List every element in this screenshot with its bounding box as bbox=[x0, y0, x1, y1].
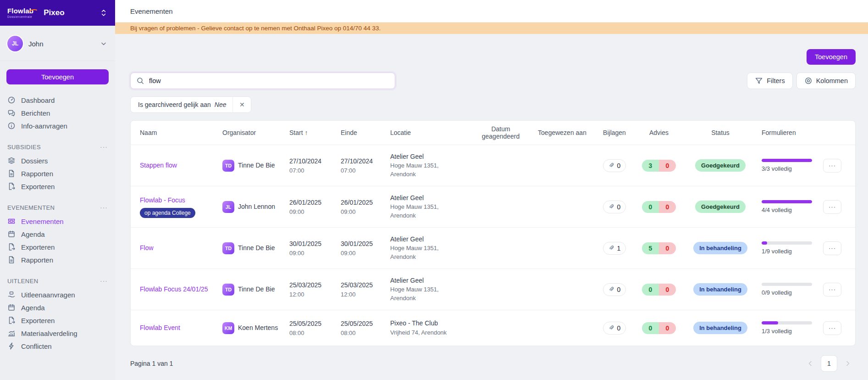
sidebar-item-uitleenaanvragen[interactable]: Uitleenaanvragen bbox=[0, 288, 115, 301]
location-name: Atelier Geel bbox=[390, 276, 468, 285]
sidebar-item-label: Evenementen bbox=[21, 218, 64, 225]
previous-page-button[interactable] bbox=[802, 356, 818, 371]
sidebar-item-label: Info-aanvragen bbox=[21, 122, 67, 130]
filters-button-label: Filters bbox=[767, 77, 785, 84]
user-name: John bbox=[28, 40, 44, 48]
attachments-count: 0 bbox=[617, 162, 621, 169]
sidebar-item-agenda-evenementen[interactable]: Agenda bbox=[0, 228, 115, 240]
table-row[interactable]: Flowlab - Focus op agenda College JL Joh… bbox=[131, 186, 855, 227]
row-actions-button[interactable]: ··· bbox=[823, 283, 841, 296]
filter-chip-remove-button[interactable]: ✕ bbox=[232, 97, 251, 112]
column-header-naam[interactable]: Naam bbox=[138, 126, 221, 139]
location-name: Atelier Geel bbox=[390, 152, 468, 161]
user-avatar: JL bbox=[7, 36, 23, 51]
column-header-datum-geagendeerd[interactable]: Datum geagendeerd bbox=[470, 123, 531, 143]
section-options-button[interactable]: ··· bbox=[100, 143, 108, 151]
user-chevron-button[interactable] bbox=[100, 39, 108, 48]
sidebar-item-berichten[interactable]: Berichten bbox=[0, 106, 115, 119]
page-1-button[interactable]: 1 bbox=[821, 355, 837, 372]
end-time: 12:00 bbox=[341, 291, 387, 298]
location-address: Vrijheid 74, Arendonk bbox=[390, 329, 451, 337]
status-badge: In behandeling bbox=[693, 283, 747, 296]
attachments-count: 0 bbox=[617, 286, 621, 293]
event-link[interactable]: Flowlab Focus 24/01/25 bbox=[140, 285, 208, 294]
search-input[interactable] bbox=[149, 77, 389, 84]
row-actions-button[interactable]: ··· bbox=[823, 321, 841, 335]
main-area: Evenementen Bij vragen of problemen - Ge… bbox=[115, 0, 868, 380]
next-page-button[interactable] bbox=[840, 356, 856, 371]
organizer-avatar: KM bbox=[222, 322, 234, 334]
column-header-toegewezen-aan[interactable]: Toegewezen aan bbox=[531, 126, 593, 139]
sidebar-item-label: Berichten bbox=[21, 109, 50, 117]
column-header-einde[interactable]: Einde bbox=[339, 126, 388, 139]
sidebar-item-exporteren-subsidies[interactable]: Exporteren bbox=[0, 180, 115, 193]
advies-pill: 0 0 bbox=[642, 201, 676, 213]
column-header-formulieren[interactable]: Formulieren bbox=[759, 126, 821, 139]
page-title: Evenementen bbox=[130, 7, 173, 15]
event-link[interactable]: Flow bbox=[140, 243, 154, 252]
table-row[interactable]: Flowlab Event KM Koen Mertens 25/05/2025… bbox=[131, 310, 855, 346]
row-actions-button[interactable]: ··· bbox=[823, 200, 841, 214]
start-date: 26/01/2025 bbox=[289, 198, 337, 207]
columns-button[interactable]: Kolommen bbox=[796, 73, 856, 89]
start-date: 27/10/2024 bbox=[289, 157, 337, 166]
sidebar-item-rapporten-evenementen[interactable]: Rapporten bbox=[0, 253, 115, 266]
cell-datum-geagendeerd bbox=[470, 202, 531, 212]
pagination: Pagina 1 van 1 1 bbox=[130, 355, 856, 372]
sidebar-item-evenementen[interactable]: Evenementen bbox=[0, 215, 115, 228]
sidebar-item-materiaalverdeling[interactable]: Materiaalverdeling bbox=[0, 327, 115, 340]
sidebar-item-dashboard[interactable]: Dashboard bbox=[0, 94, 115, 106]
event-link[interactable]: Flowlab - Focus bbox=[140, 196, 185, 205]
end-date: 27/10/2024 bbox=[341, 157, 387, 166]
advies-negative: 0 bbox=[659, 160, 676, 172]
sidebar-item-rapporten-subsidies[interactable]: Rapporten bbox=[0, 167, 115, 180]
column-header-advies[interactable]: Advies bbox=[636, 126, 682, 139]
start-date: 25/05/2025 bbox=[289, 319, 337, 329]
sidebar-collapse-button[interactable] bbox=[100, 9, 108, 17]
sidebar-add-button[interactable]: Toevoegen bbox=[6, 69, 109, 84]
column-header-start[interactable]: Start↑ bbox=[287, 126, 339, 139]
event-link[interactable]: Flowlab Event bbox=[140, 323, 180, 332]
flowlab-logo: Flowlab Dossiercentrale bbox=[7, 7, 33, 19]
sidebar-item-dossiers[interactable]: Dossiers bbox=[0, 154, 115, 167]
table-row[interactable]: Stappen flow TD Tinne De Bie 27/10/2024 … bbox=[131, 145, 855, 186]
end-date: 26/01/2025 bbox=[341, 198, 387, 207]
event-link[interactable]: Stappen flow bbox=[140, 161, 177, 170]
column-header-status[interactable]: Status bbox=[682, 126, 759, 139]
filter-chip-archived: Is gearchiveerd gelijk aan Nee ✕ bbox=[130, 96, 251, 113]
advies-positive: 5 bbox=[642, 242, 659, 254]
forms-progress-bar bbox=[762, 200, 812, 203]
sidebar-item-conflicten[interactable]: Conflicten bbox=[0, 340, 115, 352]
table-row[interactable]: Flowlab Focus 24/01/25 TD Tinne De Bie 2… bbox=[131, 268, 855, 310]
user-menu[interactable]: JL John bbox=[0, 26, 115, 61]
dashboard-icon bbox=[7, 96, 16, 104]
attachments-count: 0 bbox=[617, 324, 621, 332]
forms-progress-label: 3/3 volledig bbox=[762, 165, 819, 172]
forms-progress-label: 1/3 volledig bbox=[762, 328, 819, 335]
calendar-icon bbox=[7, 303, 16, 312]
filters-button[interactable]: Filters bbox=[747, 73, 792, 89]
sidebar-item-exporteren-evenementen[interactable]: Exporteren bbox=[0, 240, 115, 253]
row-actions-button[interactable]: ··· bbox=[823, 241, 841, 255]
column-header-bijlagen[interactable]: Bijlagen bbox=[593, 126, 636, 139]
sidebar-item-exporteren-uitlenen[interactable]: Exporteren bbox=[0, 314, 115, 327]
attachments-count: 0 bbox=[617, 203, 621, 211]
sidebar-item-label: Dossiers bbox=[21, 157, 48, 165]
column-header-locatie[interactable]: Locatie bbox=[388, 126, 470, 139]
advies-positive: 0 bbox=[642, 322, 659, 334]
start-time: 07:00 bbox=[289, 167, 337, 174]
column-header-organisator[interactable]: Organisator bbox=[221, 126, 287, 139]
paperclip-icon bbox=[608, 204, 614, 210]
cell-datum-geagendeerd bbox=[470, 285, 531, 294]
section-options-button[interactable]: ··· bbox=[100, 277, 108, 285]
sidebar-item-info-aanvragen[interactable]: Info-aanvragen bbox=[0, 119, 115, 132]
lightning-icon bbox=[7, 342, 16, 350]
add-event-button[interactable]: Toevoegen bbox=[807, 49, 856, 65]
table-row[interactable]: Flow TD Tinne De Bie 30/01/2025 09:00 30… bbox=[131, 227, 855, 268]
search-box[interactable] bbox=[130, 73, 395, 89]
sidebar-item-agenda-uitlenen[interactable]: Agenda bbox=[0, 301, 115, 314]
attachments-pill: 0 bbox=[603, 159, 626, 172]
section-options-button[interactable]: ··· bbox=[100, 204, 108, 211]
end-date: 25/05/2025 bbox=[341, 319, 387, 329]
row-actions-button[interactable]: ··· bbox=[823, 159, 841, 173]
